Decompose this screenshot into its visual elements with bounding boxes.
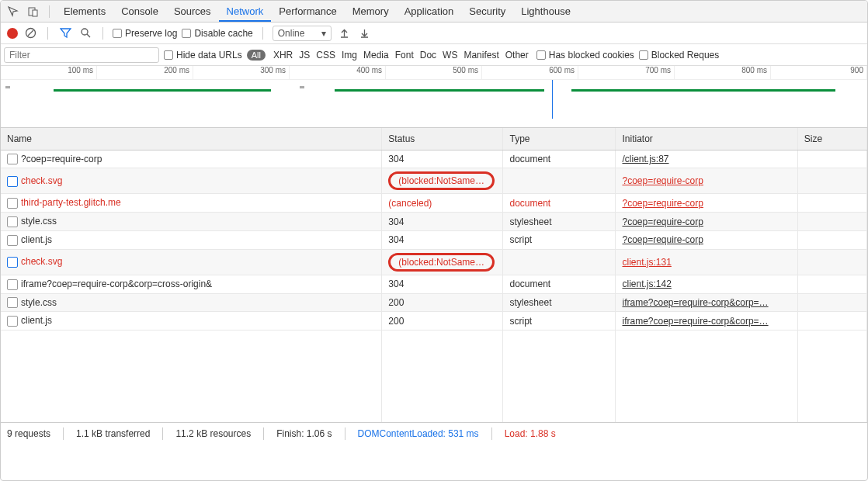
cell-status: 200: [382, 293, 503, 312]
filter-manifest[interactable]: Manifest: [460, 50, 502, 61]
cell-initiator[interactable]: client.js:142: [616, 275, 797, 293]
filter-all[interactable]: All: [247, 50, 266, 61]
cell-initiator[interactable]: iframe?coep=require-corp&corp=…: [616, 293, 797, 312]
cell-size: [797, 312, 866, 330]
ruler-tick: 500 ms: [386, 66, 482, 79]
filter-icon[interactable]: [57, 26, 73, 41]
requests-table[interactable]: NameStatusTypeInitiatorSize ?coep=requir…: [1, 128, 867, 423]
filter-font[interactable]: Font: [392, 50, 417, 61]
device-toggle-icon[interactable]: [24, 2, 43, 21]
filter-input[interactable]: [4, 47, 159, 63]
table-row[interactable]: style.css304stylesheet?coep=require-corp: [1, 213, 867, 231]
cell-type: document: [503, 194, 616, 213]
cell-size: [797, 293, 866, 312]
cell-status: (blocked:NotSame…: [382, 249, 503, 275]
table-row[interactable]: iframe?coep=require-corp&corp=cross-orig…: [1, 275, 867, 293]
search-icon[interactable]: [78, 26, 93, 41]
cell-name[interactable]: ?coep=require-corp: [1, 150, 382, 168]
cell-name[interactable]: iframe?coep=require-corp&corp=cross-orig…: [1, 275, 382, 293]
cell-type: document: [503, 275, 616, 293]
table-row[interactable]: style.css200stylesheetiframe?coep=requir…: [1, 293, 867, 312]
filter-other[interactable]: Other: [502, 50, 532, 61]
filter-ws[interactable]: WS: [439, 50, 460, 61]
cell-type: document: [503, 150, 616, 168]
cell-size: [797, 275, 866, 293]
tab-network[interactable]: Network: [219, 1, 272, 22]
annotation-highlight: (blocked:NotSame…: [388, 253, 495, 272]
cell-name[interactable]: check.svg: [1, 249, 382, 275]
column-name[interactable]: Name: [1, 128, 382, 150]
filter-xhr[interactable]: XHR: [270, 50, 296, 61]
column-size[interactable]: Size: [797, 128, 866, 150]
cell-status: (canceled): [382, 194, 503, 213]
ruler-tick: 300 ms: [193, 66, 290, 79]
has-blocked-cookies-checkbox[interactable]: Has blocked cookies: [536, 50, 634, 61]
cell-name[interactable]: third-party-test.glitch.me: [1, 194, 382, 213]
table-row[interactable]: ?coep=require-corp304document/client.js:…: [1, 150, 867, 168]
inspect-icon[interactable]: [4, 2, 23, 21]
cell-size: [797, 230, 866, 249]
doc-file-icon: [7, 316, 18, 327]
tab-console[interactable]: Console: [113, 1, 166, 22]
cell-initiator[interactable]: iframe?coep=require-corp&corp=…: [616, 312, 797, 330]
table-row[interactable]: client.js200scriptiframe?coep=require-co…: [1, 312, 867, 330]
cell-name[interactable]: style.css: [1, 213, 382, 231]
blocked-requests-checkbox[interactable]: Blocked Reques: [639, 50, 719, 61]
tab-performance[interactable]: Performance: [271, 1, 344, 22]
tab-memory[interactable]: Memory: [345, 1, 397, 22]
doc-file-icon: [7, 279, 18, 290]
throttling-value: Online: [278, 28, 305, 39]
ruler-tick: 800 ms: [675, 66, 771, 79]
filter-img[interactable]: Img: [339, 50, 360, 61]
column-type[interactable]: Type: [503, 128, 616, 150]
column-status[interactable]: Status: [382, 128, 503, 150]
download-icon[interactable]: [356, 26, 372, 41]
hide-data-urls-checkbox[interactable]: Hide data URLs: [164, 50, 242, 61]
table-row[interactable]: client.js304script?coep=require-corp: [1, 230, 867, 249]
ruler-tick: 600 ms: [482, 66, 578, 79]
cell-initiator[interactable]: ?coep=require-corp: [616, 213, 797, 231]
finish-time: Finish: 1.06 s: [276, 428, 332, 439]
cell-status: 304: [382, 275, 503, 293]
tab-lighthouse[interactable]: Lighthouse: [513, 1, 578, 22]
record-button[interactable]: [7, 28, 18, 39]
ruler-tick: 400 ms: [290, 66, 386, 79]
cell-size: [797, 213, 866, 231]
tab-application[interactable]: Application: [397, 1, 462, 22]
cell-size: [797, 194, 866, 213]
filter-media[interactable]: Media: [360, 50, 392, 61]
tab-security[interactable]: Security: [461, 1, 513, 22]
cell-initiator[interactable]: /client.js:87: [616, 150, 797, 168]
cell-initiator[interactable]: ?coep=require-corp: [616, 168, 797, 194]
load-time: Load: 1.88 s: [505, 428, 556, 439]
table-row[interactable]: check.svg(blocked:NotSame…?coep=require-…: [1, 168, 867, 194]
cell-initiator[interactable]: ?coep=require-corp: [616, 194, 797, 213]
ruler-tick: 700 ms: [578, 66, 675, 79]
filter-doc[interactable]: Doc: [417, 50, 439, 61]
cell-name[interactable]: style.css: [1, 293, 382, 312]
dom-content-loaded: DOMContentLoaded: 531 ms: [358, 428, 479, 439]
cell-type: script: [503, 230, 616, 249]
cell-type: stylesheet: [503, 293, 616, 312]
timeline-overview[interactable]: 100 ms200 ms300 ms400 ms500 ms600 ms700 …: [1, 66, 867, 128]
filter-css[interactable]: CSS: [313, 50, 339, 61]
cell-initiator[interactable]: ?coep=require-corp: [616, 230, 797, 249]
clear-button[interactable]: [23, 26, 38, 41]
filter-js[interactable]: JS: [296, 50, 313, 61]
cell-name[interactable]: client.js: [1, 230, 382, 249]
tab-elements[interactable]: Elements: [56, 1, 113, 22]
column-initiator[interactable]: Initiator: [616, 128, 797, 150]
tab-sources[interactable]: Sources: [166, 1, 219, 22]
cell-status: 200: [382, 312, 503, 330]
cell-name[interactable]: client.js: [1, 312, 382, 330]
upload-icon[interactable]: [336, 26, 352, 41]
doc-file-icon: [7, 235, 18, 246]
cell-name[interactable]: check.svg: [1, 168, 382, 194]
cell-initiator[interactable]: client.js:131: [616, 249, 797, 275]
cell-status: 304: [382, 213, 503, 231]
throttling-dropdown[interactable]: Online ▾: [273, 26, 332, 41]
disable-cache-checkbox[interactable]: Disable cache: [182, 28, 252, 39]
preserve-log-checkbox[interactable]: Preserve log: [113, 28, 177, 39]
table-row[interactable]: third-party-test.glitch.me(canceled)docu…: [1, 194, 867, 213]
table-row[interactable]: check.svg(blocked:NotSame…client.js:131: [1, 249, 867, 275]
